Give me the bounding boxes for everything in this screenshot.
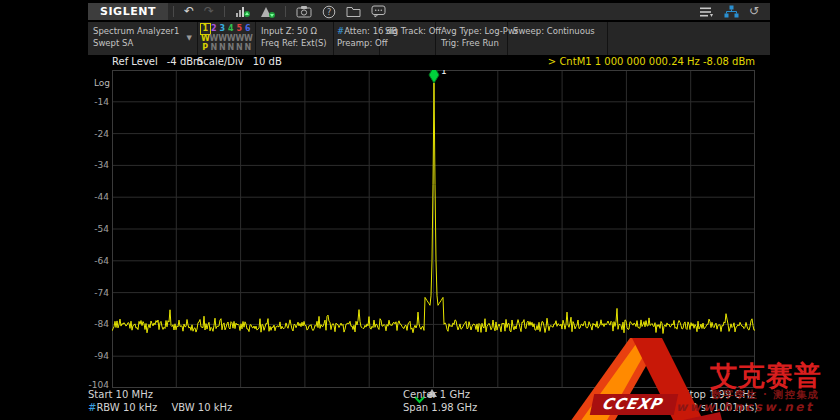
field-atten[interactable]: #Atten: 16 dB Preamp: Off <box>334 22 380 55</box>
y-axis-tick-label: -54 <box>70 224 109 234</box>
amplitude-scale-label: Log <box>88 78 110 88</box>
siglent-logo: SIGLENT <box>88 3 168 20</box>
trace-status-row: WWWWWW <box>201 34 252 44</box>
folder-icon[interactable] <box>341 3 366 20</box>
sig-track-value: Sig Track: Off <box>385 26 441 36</box>
center-freq-field[interactable]: Center 1 GHz <box>403 389 470 400</box>
trace-6-state[interactable]: W <box>244 34 253 44</box>
avg-type-value: Avg Type: Log-Pwr <box>441 26 518 36</box>
vbw-value: VBW 10 kHz <box>171 402 232 413</box>
trace-3-state[interactable]: N <box>218 43 227 53</box>
field-sweep-mode[interactable]: Sweep: Continuous <box>508 22 608 55</box>
trace-4-state[interactable]: W <box>227 34 236 44</box>
title-bar: SIGLENT ↶ ↷ <box>88 3 770 20</box>
y-axis-tick-label: -84 <box>70 319 109 329</box>
trace-4-state[interactable]: 4 <box>227 24 236 34</box>
sweep-time-field[interactable]: Sweep(FFT) ~4.412 s (1001pts) <box>599 402 758 413</box>
trace-status-grid[interactable]: 123456WWWWWWPNNNNN <box>198 22 256 55</box>
field-input-z[interactable]: Input Z: 50 Ω Freq Ref: Ext(S) <box>256 22 334 55</box>
trace-1-state[interactable]: W <box>201 34 210 44</box>
help-icon[interactable]: ? <box>317 3 341 20</box>
y-axis-tick-label: -64 <box>70 256 109 266</box>
trace-5-state[interactable]: W <box>235 34 244 44</box>
trace-6-state[interactable]: N <box>244 43 253 53</box>
rbw-vbw-field[interactable]: #RBW 10 kHzVBW 10 kHz <box>88 402 232 413</box>
measurement-selector[interactable]: Spectrum Analyzer1 Swept SA ▼ <box>88 22 198 55</box>
settings-bar-filler <box>608 22 770 55</box>
y-axis-tick-label: -94 <box>70 351 109 361</box>
y-axis-tick-label: -74 <box>70 288 109 298</box>
trace-3-state[interactable]: W <box>218 34 227 44</box>
y-axis-tick-label: -44 <box>70 192 109 202</box>
freq-ref-value: Freq Ref: Ext(S) <box>261 38 327 48</box>
trace-2-state[interactable]: 2 <box>210 24 219 34</box>
info-row: Ref Level -4 dBm Scale/Div 10 dB > CntM1… <box>88 56 770 70</box>
field-sig-track[interactable]: Sig Track: Off <box>380 22 436 55</box>
trace-5-state[interactable]: N <box>235 43 244 53</box>
ref-level-label: Ref Level <box>112 56 158 67</box>
preset-recall-icon[interactable]: ↺ <box>744 3 764 20</box>
analyzer-name: Spectrum Analyzer1 <box>93 25 192 37</box>
scale-div-field[interactable]: Scale/Div 10 dB <box>197 56 282 67</box>
y-axis-tick-label: -14 <box>70 97 109 107</box>
sweep-mode-value: Sweep: Continuous <box>513 26 595 36</box>
trace-1-state[interactable]: 1 <box>201 24 210 34</box>
graticule: 1 <box>112 70 755 388</box>
screenshot-camera-icon[interactable] <box>291 3 317 20</box>
lan-network-icon[interactable] <box>719 3 744 20</box>
spectrum-analyzer-screen: SIGLENT ↶ ↷ <box>0 0 840 420</box>
stop-freq-field[interactable]: Stop 1.99 GHz <box>683 389 755 400</box>
marker-1-label: 1 <box>441 70 447 76</box>
trace-2-state[interactable]: W <box>210 34 219 44</box>
menu-list-icon[interactable] <box>694 3 719 20</box>
y-axis-tick-label: -34 <box>70 160 109 170</box>
chevron-down-icon[interactable]: ▼ <box>187 34 192 42</box>
message-icon[interactable] <box>366 3 391 20</box>
trace-1-state[interactable]: P <box>201 43 210 53</box>
trace-status-row: 123456 <box>201 24 252 34</box>
trace-2-state[interactable]: N <box>210 43 219 53</box>
y-axis-tick-label: -24 <box>70 129 109 139</box>
divider <box>173 6 174 17</box>
trace-3-state[interactable]: 3 <box>218 24 227 34</box>
input-z-value: Input Z: 50 Ω <box>261 26 317 36</box>
redo-icon[interactable]: ↷ <box>199 3 219 20</box>
settings-bar: Spectrum Analyzer1 Swept SA ▼ 123456WWWW… <box>88 22 770 55</box>
trace-status-row: PNNNNN <box>201 43 252 53</box>
scale-div-label: Scale/Div <box>197 56 244 67</box>
trig-value: Trig: Free Run <box>441 38 499 48</box>
undo-icon[interactable]: ↶ <box>179 3 199 20</box>
marker-1-diamond[interactable] <box>429 70 439 83</box>
rbw-value: RBW 10 kHz <box>96 402 157 413</box>
peak-search-icon[interactable] <box>230 3 255 20</box>
divider <box>285 6 286 17</box>
ref-level-field[interactable]: Ref Level -4 dBm <box>112 56 203 67</box>
divider <box>224 6 225 17</box>
counter-marker-readout: > CntM1 1 000 000 000.24 Hz -8.08 dBm <box>548 56 755 67</box>
trace-5-state[interactable]: 5 <box>235 24 244 34</box>
trace-6-state[interactable]: 6 <box>244 24 253 34</box>
measurement-mode: Swept SA <box>93 37 192 49</box>
marker-to-peak-icon[interactable] <box>255 3 280 20</box>
scale-div-value: 10 dB <box>253 56 282 67</box>
trace-4-state[interactable]: N <box>227 43 236 53</box>
svg-text:?: ? <box>327 8 331 17</box>
field-avg-trig[interactable]: Avg Type: Log-Pwr Trig: Free Run <box>436 22 508 55</box>
start-freq-field[interactable]: Start 10 MHz <box>88 389 153 400</box>
span-field[interactable]: Span 1.98 GHz <box>403 402 477 413</box>
